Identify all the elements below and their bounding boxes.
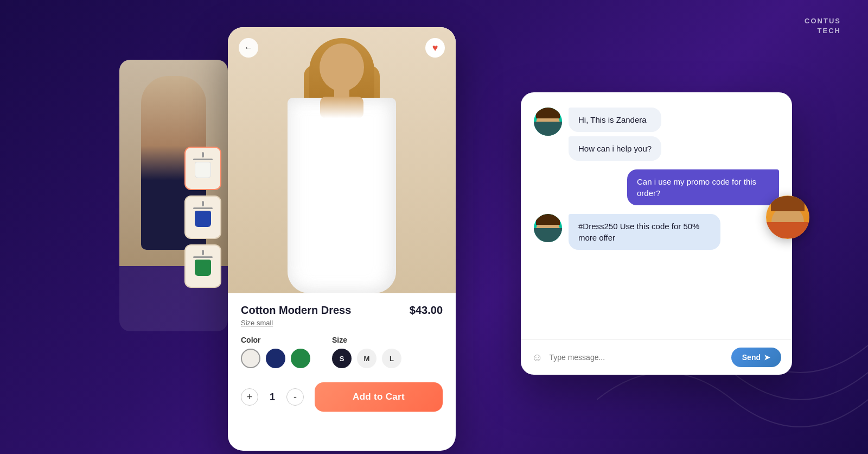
agent-message-row-1: Hi, This is Zandera How can i help you? <box>534 108 779 161</box>
user-bubbles: Can i use my promo code for this order? <box>627 169 779 205</box>
plus-icon: + <box>247 392 253 403</box>
agent-bubble-1: Hi, This is Zandera <box>569 108 661 132</box>
user-message-text: Can i use my promo code for this order? <box>637 177 756 198</box>
agent-bubbles-2: #Dress250 Use this code for 50% more off… <box>569 214 720 250</box>
product-header: Cotton Modern Dress Size small $43.00 <box>241 304 443 327</box>
quantity-value: 1 <box>267 392 278 403</box>
back-button[interactable]: ← <box>239 38 258 58</box>
selectors-row: Color Size S M L <box>241 336 443 368</box>
agent-bubbles-1: Hi, This is Zandera How can i help you? <box>569 108 661 161</box>
emoji-button[interactable]: ☺ <box>532 351 542 364</box>
size-m[interactable]: M <box>357 349 376 368</box>
chat-panel: Hi, This is Zandera How can i help you? … <box>521 92 792 375</box>
product-image-container: ← ♥ <box>228 27 456 293</box>
agent-message-row-2: #Dress250 Use this code for 50% more off… <box>534 214 779 250</box>
product-card: ← ♥ <box>228 27 456 451</box>
size-selector: Size S M L <box>332 336 401 368</box>
product-name: Cotton Modern Dress <box>241 304 351 317</box>
chat-input[interactable] <box>549 353 724 362</box>
brand-logo: CONTUS TECH <box>805 16 841 36</box>
heart-button[interactable]: ♥ <box>425 38 445 58</box>
agent-message-2-text: How can i help you? <box>578 144 652 153</box>
color-label: Color <box>241 336 310 344</box>
size-options: S M L <box>332 349 401 368</box>
thumbnail-white[interactable] <box>184 147 221 190</box>
quantity-controls: + 1 - <box>241 388 304 406</box>
agent-bubble-2: How can i help you? <box>569 136 661 161</box>
color-green[interactable] <box>291 349 310 368</box>
add-to-cart-label: Add to Cart <box>353 392 405 402</box>
back-icon: ← <box>244 43 253 53</box>
product-price: $43.00 <box>410 304 443 317</box>
send-label: Send <box>742 353 761 362</box>
size-label: Size <box>332 336 401 344</box>
chat-input-row: ☺ Send ➤ <box>521 339 792 375</box>
heart-icon: ♥ <box>432 42 438 54</box>
brand-name-line2: TECH <box>805 26 841 36</box>
product-size-label[interactable]: Size small <box>241 319 351 327</box>
user-message-row: Can i use my promo code for this order? <box>534 169 779 205</box>
chat-messages: Hi, This is Zandera How can i help you? … <box>521 92 792 339</box>
bottom-bar: + 1 - Add to Cart <box>228 374 456 420</box>
agent-avatar-2 <box>534 214 562 242</box>
minus-icon: - <box>293 392 297 403</box>
thumbnail-panel <box>184 147 221 288</box>
user-bubble-1: Can i use my promo code for this order? <box>627 169 779 205</box>
color-white[interactable] <box>241 349 260 368</box>
qty-plus-button[interactable]: + <box>241 388 258 406</box>
agent-response-text: #Dress250 Use this code for 50% more off… <box>578 222 699 242</box>
color-navy[interactable] <box>266 349 285 368</box>
size-l[interactable]: L <box>382 349 401 368</box>
agent-avatar-1 <box>534 108 562 136</box>
send-button[interactable]: Send ➤ <box>731 348 781 367</box>
user-avatar-float <box>766 196 809 239</box>
send-icon: ➤ <box>764 353 770 362</box>
color-selector: Color <box>241 336 310 368</box>
add-to-cart-button[interactable]: Add to Cart <box>315 382 443 412</box>
qty-minus-button[interactable]: - <box>286 388 304 406</box>
agent-message-1-text: Hi, This is Zandera <box>578 115 647 124</box>
product-info: Cotton Modern Dress Size small $43.00 Co… <box>228 293 456 368</box>
color-options <box>241 349 310 368</box>
thumbnail-blue[interactable] <box>184 196 221 239</box>
brand-name-line1: CONTUS <box>805 16 841 26</box>
thumbnail-green[interactable] <box>184 244 221 288</box>
agent-response-bubble: #Dress250 Use this code for 50% more off… <box>569 214 720 250</box>
size-s[interactable]: S <box>332 349 352 368</box>
